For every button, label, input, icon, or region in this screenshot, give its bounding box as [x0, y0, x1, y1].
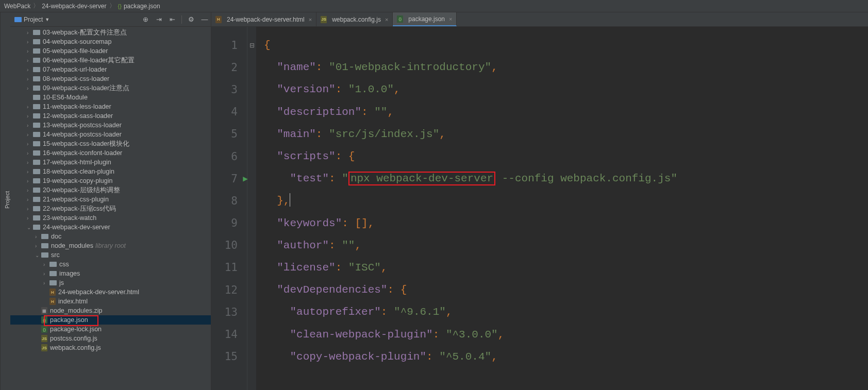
tree-folder[interactable]: ›js	[10, 278, 211, 287]
line-number[interactable]: 6	[211, 145, 247, 167]
tree-arrow-icon[interactable]: ›	[27, 215, 33, 221]
tree-folder[interactable]: ›15-webpack-css-loader模块化	[10, 139, 211, 148]
dropdown-icon[interactable]: ▼	[45, 17, 49, 22]
fold-marker[interactable]	[247, 78, 256, 100]
fold-marker[interactable]	[247, 346, 256, 368]
fold-marker[interactable]	[247, 56, 256, 78]
tree-arrow-icon[interactable]: ›	[27, 86, 33, 91]
fold-marker[interactable]	[247, 101, 256, 123]
tree-arrow-icon[interactable]: ›	[27, 178, 33, 184]
tree-folder[interactable]: ›03-webpack-配置文件注意点	[10, 28, 211, 37]
tree-folder[interactable]: ›css	[10, 260, 211, 269]
tree-file[interactable]: JSwebpack.config.js	[10, 343, 211, 352]
tree-folder[interactable]: ›images	[10, 269, 211, 278]
tree-folder[interactable]: ›14-webpack-postcss-loader	[10, 130, 211, 139]
sidebar-title[interactable]: Project	[24, 16, 43, 23]
tree-file[interactable]: JSpostcss.config.js	[10, 334, 211, 343]
project-tree[interactable]: ›03-webpack-配置文件注意点›04-webpack-sourcemap…	[10, 27, 211, 390]
tree-arrow-icon[interactable]: ›	[43, 280, 49, 286]
tree-arrow-icon[interactable]: ›	[27, 104, 33, 110]
tree-arrow-icon[interactable]: ›	[27, 30, 33, 36]
tree-folder[interactable]: ›21-webpack-css-plugin	[10, 195, 211, 204]
breadcrumb-root[interactable]: WebPack	[4, 3, 30, 10]
tree-arrow-icon[interactable]: ›	[27, 76, 33, 82]
settings-icon[interactable]: ⚙	[187, 15, 195, 24]
close-icon[interactable]: ×	[385, 16, 388, 23]
tree-arrow-icon[interactable]: ›	[27, 58, 33, 63]
tree-folder[interactable]: ›05-webpack-file-loader	[10, 46, 211, 56]
line-number[interactable]: 14	[211, 323, 247, 345]
tree-folder[interactable]: ›07-webpack-url-loader	[10, 65, 211, 74]
tree-arrow-icon[interactable]: ›	[43, 271, 49, 277]
close-icon[interactable]: ×	[309, 16, 312, 23]
close-icon[interactable]: ×	[449, 16, 452, 22]
tree-file[interactable]: H24-webpack-dev-server.html	[10, 287, 211, 297]
tree-folder[interactable]: ›node_moduleslibrary root	[10, 241, 211, 250]
line-number[interactable]: 2	[211, 56, 247, 78]
tree-folder[interactable]: ⌄24-webpack-dev-server	[10, 223, 211, 232]
tree-folder[interactable]: ›11-webpack-less-loader	[10, 102, 211, 111]
line-number[interactable]: 12	[211, 279, 247, 301]
tree-folder[interactable]: ›20-webpack-层级结构调整	[10, 185, 211, 195]
breadcrumb-file[interactable]: package.json	[124, 3, 160, 10]
editor-tab[interactable]: JSwebpack.config.js×	[316, 12, 393, 26]
fold-marker[interactable]	[247, 145, 256, 167]
tree-arrow-icon[interactable]: ›	[27, 132, 33, 138]
tree-folder[interactable]: ›12-webpack-sass-loader	[10, 111, 211, 121]
tree-folder[interactable]: ›13-webpack-postcss-loader	[10, 121, 211, 130]
tree-arrow-icon[interactable]: ›	[27, 206, 33, 212]
tree-folder[interactable]: ›22-webpack-压缩css代码	[10, 204, 211, 213]
line-number[interactable]: 13	[211, 301, 247, 323]
tree-arrow-icon[interactable]: ›	[27, 197, 33, 202]
tree-folder[interactable]: ›09-webpack-css-loader注意点	[10, 83, 211, 93]
tree-folder[interactable]: ›19-webpack-copy-plugin	[10, 176, 211, 185]
tree-arrow-icon[interactable]: ›	[27, 48, 33, 54]
project-tool-tab[interactable]: Project	[0, 12, 10, 390]
fold-marker[interactable]	[247, 279, 256, 301]
fold-marker[interactable]	[247, 123, 256, 145]
tree-arrow-icon[interactable]: ⌄	[35, 252, 41, 258]
tree-arrow-icon[interactable]: ›	[35, 234, 41, 240]
tree-arrow-icon[interactable]: ›	[27, 141, 33, 147]
fold-marker[interactable]	[247, 323, 256, 345]
tree-folder[interactable]: ›04-webpack-sourcemap	[10, 37, 211, 46]
fold-marker[interactable]	[247, 190, 256, 212]
tree-folder[interactable]: ›18-webpack-clean-plugin	[10, 167, 211, 176]
hide-icon[interactable]: —	[201, 15, 209, 24]
tree-arrow-icon[interactable]: ›	[27, 150, 33, 156]
fold-marker[interactable]: ⊟	[247, 34, 256, 56]
fold-marker[interactable]	[247, 212, 256, 234]
editor-tab[interactable]: {}package.json×	[393, 12, 457, 26]
code-editor[interactable]: { "name": "01-webpack-introductory", "ve…	[257, 27, 868, 390]
line-number[interactable]: 5	[211, 123, 247, 145]
tree-arrow-icon[interactable]: ›	[35, 243, 41, 249]
tree-file[interactable]: ▦node_modules.zip	[10, 306, 211, 315]
line-number[interactable]: 3	[211, 78, 247, 100]
locate-icon[interactable]: ⊕	[141, 15, 149, 24]
tree-folder[interactable]: ⌄src	[10, 250, 211, 260]
expand-icon[interactable]: ⇤	[168, 15, 176, 24]
tree-arrow-icon[interactable]: ›	[27, 188, 33, 193]
fold-marker[interactable]	[247, 234, 256, 257]
editor-tab[interactable]: H24-webpack-dev-server.html×	[211, 12, 316, 26]
line-number[interactable]: 9	[211, 212, 247, 234]
tree-folder[interactable]: ›doc	[10, 232, 211, 241]
line-number[interactable]: 11	[211, 257, 247, 279]
tree-folder[interactable]: ›16-webpack-iconfont-loader	[10, 148, 211, 158]
line-gutter[interactable]: 1234567▶89101112131415	[211, 27, 247, 390]
line-number[interactable]: 4	[211, 101, 247, 123]
line-number[interactable]: 7▶	[211, 167, 247, 190]
tree-arrow-icon[interactable]: ›	[27, 123, 33, 128]
breadcrumb-folder[interactable]: 24-webpack-dev-server	[42, 3, 106, 10]
tree-folder[interactable]: ›23-webpack-watch	[10, 213, 211, 223]
tree-folder[interactable]: 10-ES6-Module	[10, 93, 211, 102]
tree-folder[interactable]: ›17-webpack-html-plugin	[10, 158, 211, 167]
tree-arrow-icon[interactable]: ›	[27, 67, 33, 73]
line-number[interactable]: 15	[211, 346, 247, 368]
line-number[interactable]: 10	[211, 234, 247, 257]
fold-marker[interactable]	[247, 301, 256, 323]
tree-arrow-icon[interactable]: ›	[43, 262, 49, 267]
tree-arrow-icon[interactable]: ⌄	[27, 225, 33, 230]
tree-folder[interactable]: ›08-webpack-css-loader	[10, 74, 211, 83]
run-gutter-icon[interactable]: ▶	[243, 174, 248, 183]
